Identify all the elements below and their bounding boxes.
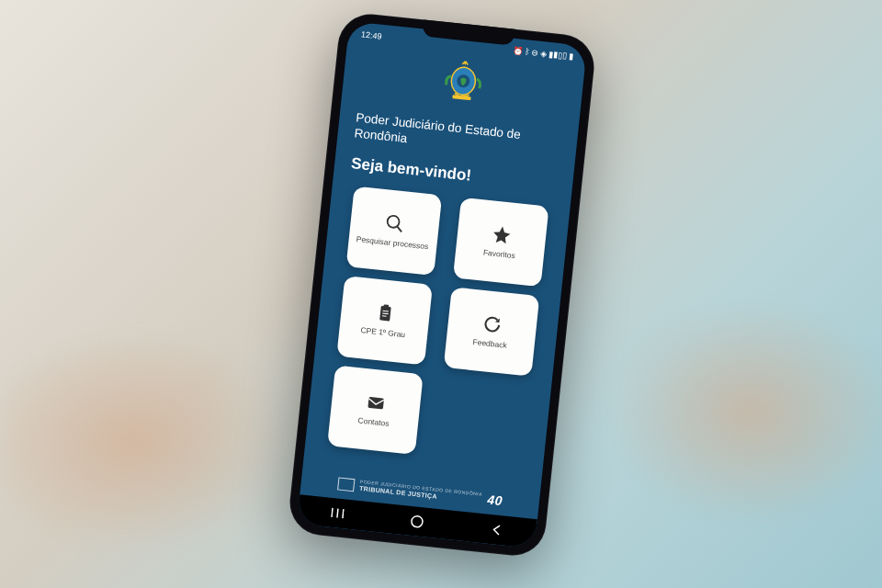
dnd-icon: ⊖: [531, 48, 539, 58]
org-title: Poder Judiciário do Estado de Rondônia: [354, 110, 561, 163]
alarm-icon: ⏰: [513, 46, 524, 56]
battery-icon: ▮: [568, 51, 573, 61]
svg-line-12: [337, 509, 338, 518]
svg-line-4: [396, 226, 401, 232]
logo-area: [358, 51, 568, 118]
tile-favorites[interactable]: Favoritos: [452, 197, 548, 287]
star-icon: [491, 223, 513, 245]
footer-text: PODER JUDICIÁRIO DO ESTADO DE RONDÔNIA T…: [359, 480, 482, 504]
search-icon: [383, 212, 405, 234]
footer-building-icon: [337, 477, 355, 492]
clipboard-icon: [374, 302, 396, 324]
crest-icon: [441, 59, 486, 108]
svg-rect-6: [383, 304, 389, 308]
nav-recents-button[interactable]: [328, 503, 348, 524]
tile-label: Favoritos: [479, 248, 519, 261]
tile-label: Contatos: [354, 416, 393, 429]
tile-cpe-1-grau[interactable]: CPE 1º Grau: [336, 276, 433, 366]
tile-feedback[interactable]: Feedback: [443, 287, 539, 377]
footer-anniversary-badge: 40: [487, 492, 503, 509]
phone-frame: 12:49 ⏰ ᛒ ⊖ ◈ ▮▮▯▯ ▮: [287, 11, 597, 559]
svg-rect-10: [368, 397, 384, 410]
signal-icon: ▮▮▯▯: [548, 50, 567, 61]
wifi-icon: ◈: [539, 49, 547, 59]
bluetooth-icon: ᛒ: [525, 47, 530, 56]
app-content: Poder Judiciário do Estado de Rondônia S…: [300, 41, 584, 519]
mail-icon: [365, 391, 387, 413]
svg-point-14: [411, 515, 423, 527]
tile-contacts[interactable]: Contatos: [327, 365, 424, 455]
svg-line-11: [332, 508, 333, 517]
svg-line-13: [343, 509, 344, 518]
nav-back-button[interactable]: [486, 520, 506, 540]
tile-label: CPE 1º Grau: [356, 326, 410, 341]
tile-label: Pesquisar processos: [352, 234, 432, 252]
nav-home-button[interactable]: [407, 512, 427, 532]
tile-search-processes[interactable]: Pesquisar processos: [345, 186, 442, 276]
tile-label: Feedback: [469, 337, 511, 350]
refresh-icon: [481, 313, 503, 335]
phone-screen: 12:49 ⏰ ᛒ ⊖ ◈ ▮▮▯▯ ▮: [297, 21, 587, 548]
status-time: 12:49: [361, 29, 382, 40]
tile-grid: Pesquisar processos Favoritos CPE 1º Gra…: [322, 186, 553, 467]
